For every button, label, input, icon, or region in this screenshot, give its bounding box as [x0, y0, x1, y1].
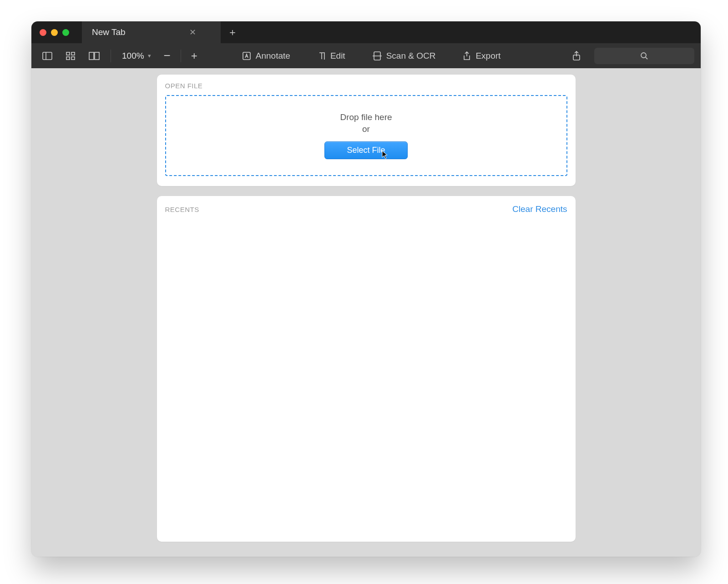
edit-button[interactable]: Edit	[313, 47, 350, 65]
svg-rect-7	[95, 52, 99, 60]
titlebar: New Tab ✕ ＋	[31, 21, 701, 43]
new-tab-button[interactable]: ＋	[223, 25, 242, 39]
zoom-level-dropdown[interactable]: 100% ▾	[117, 47, 156, 65]
or-text: or	[362, 124, 370, 134]
close-tab-icon[interactable]: ✕	[189, 28, 196, 36]
window-controls	[40, 29, 69, 36]
minimize-window-button[interactable]	[51, 29, 58, 36]
annotate-button[interactable]: Annotate	[238, 47, 295, 65]
grid-icon	[66, 52, 75, 60]
svg-rect-3	[71, 52, 75, 55]
divider	[181, 50, 181, 62]
zoom-out-button[interactable]: −	[160, 47, 174, 65]
search-icon	[640, 52, 648, 60]
toolbar: 100% ▾ − + Annotate Edit	[31, 43, 701, 68]
export-icon	[463, 51, 471, 60]
zoom-level-label: 100%	[122, 51, 144, 61]
recents-header: RECENTS Clear Recents	[165, 204, 567, 214]
tab-new[interactable]: New Tab ✕	[82, 21, 221, 43]
plus-icon: ＋	[228, 25, 238, 39]
annotate-icon	[242, 51, 251, 60]
svg-rect-0	[43, 52, 52, 60]
clear-recents-button[interactable]: Clear Recents	[512, 204, 567, 214]
select-file-label: Select File	[347, 146, 385, 155]
scan-icon	[373, 51, 382, 61]
cursor-icon	[382, 151, 388, 160]
svg-line-14	[646, 57, 647, 59]
close-window-button[interactable]	[40, 29, 46, 36]
svg-point-13	[641, 53, 646, 58]
content-area: OPEN FILE Drop file here or Select File …	[31, 68, 701, 557]
share-icon	[572, 51, 581, 61]
tab-title: New Tab	[92, 27, 126, 37]
text-cursor-icon	[318, 51, 326, 60]
clear-recents-label: Clear Recents	[512, 204, 567, 214]
recents-card: RECENTS Clear Recents	[157, 196, 576, 542]
sidebar-toggle-button[interactable]	[38, 47, 57, 65]
search-input[interactable]	[594, 48, 694, 64]
svg-rect-5	[71, 57, 75, 60]
select-file-button[interactable]: Select File	[324, 141, 407, 159]
app-window: New Tab ✕ ＋	[31, 21, 701, 557]
export-button[interactable]: Export	[458, 47, 505, 65]
book-open-icon	[89, 52, 100, 60]
thumbnails-button[interactable]	[61, 47, 80, 65]
zoom-in-button[interactable]: +	[187, 47, 201, 65]
two-page-view-button[interactable]	[84, 47, 104, 65]
open-file-card: OPEN FILE Drop file here or Select File	[157, 75, 576, 186]
open-file-section-label: OPEN FILE	[165, 82, 567, 90]
scan-ocr-button[interactable]: Scan & OCR	[368, 47, 440, 65]
svg-rect-4	[66, 57, 70, 60]
sidebar-icon	[42, 52, 52, 60]
share-button[interactable]	[568, 47, 585, 65]
scan-ocr-label: Scan & OCR	[386, 51, 436, 61]
fullscreen-window-button[interactable]	[62, 29, 69, 36]
drop-file-text: Drop file here	[340, 112, 392, 122]
svg-rect-2	[66, 52, 70, 55]
export-label: Export	[475, 51, 500, 61]
divider	[111, 50, 111, 62]
recents-section-label: RECENTS	[165, 206, 199, 213]
svg-rect-6	[89, 52, 94, 60]
annotate-label: Annotate	[256, 51, 290, 61]
chevron-down-icon: ▾	[148, 52, 151, 59]
dropzone[interactable]: Drop file here or Select File	[165, 95, 567, 176]
edit-label: Edit	[330, 51, 345, 61]
